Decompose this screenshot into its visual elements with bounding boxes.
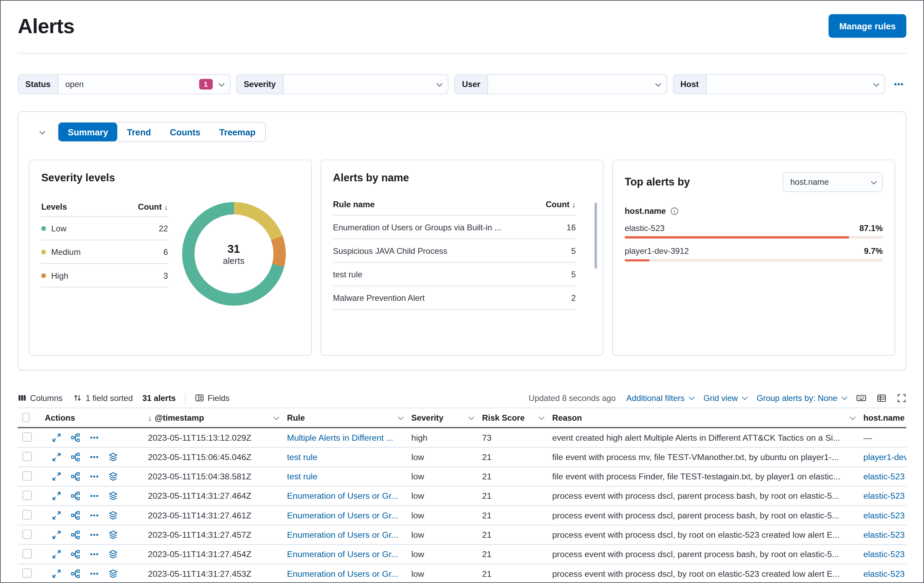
analyze-event-icon[interactable] <box>71 433 80 442</box>
fullscreen-icon[interactable] <box>897 393 906 402</box>
sorted-fields-button[interactable]: 1 field sorted <box>73 393 133 402</box>
user-filter[interactable]: User <box>454 74 667 94</box>
analyze-event-icon[interactable] <box>71 453 80 462</box>
row-checkbox[interactable] <box>23 491 32 500</box>
more-actions-icon[interactable] <box>89 433 99 442</box>
host-link[interactable]: elastic-523 <box>863 569 906 578</box>
expand-alert-icon[interactable] <box>52 433 61 442</box>
status-filter-value: open <box>65 79 84 89</box>
analyze-event-icon[interactable] <box>71 550 80 559</box>
more-actions-icon[interactable] <box>89 472 99 481</box>
investigate-in-timeline-icon[interactable] <box>109 550 118 559</box>
count-column-header[interactable]: Count ↓ <box>546 199 576 209</box>
host-link[interactable]: player1-dev-3912 <box>863 453 906 462</box>
rule-link[interactable]: Enumeration of Users or Gr... <box>287 511 412 520</box>
more-actions-icon[interactable] <box>89 453 99 462</box>
status-filter[interactable]: Status open 1 <box>18 74 230 94</box>
host-link[interactable]: elastic-523 <box>863 491 906 501</box>
analyze-event-icon[interactable] <box>71 511 80 520</box>
reason-cell: process event with process dscl, parent … <box>552 491 863 501</box>
investigate-in-timeline-icon[interactable] <box>109 453 118 462</box>
column-header-risk-score[interactable]: Risk Score <box>482 413 552 422</box>
investigate-in-timeline-icon[interactable] <box>109 569 118 578</box>
chevron-down-icon[interactable] <box>398 414 404 420</box>
column-header-timestamp[interactable]: ↓ @timestamp <box>148 413 287 422</box>
expand-alert-icon[interactable] <box>52 453 61 462</box>
host-filter[interactable]: Host <box>673 74 885 94</box>
more-actions-icon[interactable] <box>89 491 99 501</box>
chevron-down-icon[interactable] <box>273 414 279 420</box>
tab-treemap[interactable]: Treemap <box>210 123 265 142</box>
manage-rules-button[interactable]: Manage rules <box>828 14 906 38</box>
collapse-charts-icon[interactable] <box>34 125 48 139</box>
row-checkbox[interactable] <box>23 529 32 539</box>
keyboard-shortcuts-icon[interactable] <box>856 393 866 403</box>
host-link[interactable]: — <box>863 433 906 442</box>
row-checkbox[interactable] <box>23 549 32 558</box>
host-link[interactable]: elastic-523 <box>863 550 906 559</box>
host-link[interactable]: elastic-523 <box>863 511 906 520</box>
more-actions-icon[interactable] <box>89 569 99 578</box>
chevron-down-icon[interactable] <box>539 414 544 420</box>
more-actions-icon[interactable] <box>89 530 99 540</box>
tab-trend[interactable]: Trend <box>117 123 160 142</box>
levels-column-header[interactable]: Levels <box>41 202 67 211</box>
row-checkbox[interactable] <box>23 471 32 480</box>
rule-name-column-header[interactable]: Rule name <box>333 199 375 209</box>
analyze-event-icon[interactable] <box>71 530 80 540</box>
investigate-in-timeline-icon[interactable] <box>109 472 118 481</box>
rule-link[interactable]: Multiple Alerts in Different ... <box>287 433 412 442</box>
rule-link[interactable]: Enumeration of Users or Gr... <box>287 550 412 559</box>
updated-status: Updated 8 seconds ago <box>529 393 616 402</box>
info-icon[interactable] <box>670 206 679 216</box>
severity-filter[interactable]: Severity <box>236 74 449 94</box>
analyze-event-icon[interactable] <box>71 472 80 481</box>
row-checkbox[interactable] <box>23 568 32 578</box>
top-alerts-field-select[interactable]: host.name <box>783 172 883 192</box>
rule-link[interactable]: Enumeration of Users or Gr... <box>287 530 412 540</box>
columns-icon <box>18 394 26 402</box>
display-options-icon[interactable] <box>877 393 886 402</box>
row-checkbox[interactable] <box>23 510 32 519</box>
investigate-in-timeline-icon[interactable] <box>109 491 118 501</box>
host-link[interactable]: elastic-523 <box>863 530 906 540</box>
rule-link[interactable]: test rule <box>287 453 412 462</box>
fields-button[interactable]: Fields <box>195 393 230 402</box>
additional-filters-button[interactable]: Additional filters <box>627 393 693 402</box>
select-all-checkbox[interactable] <box>23 413 30 422</box>
column-header-reason[interactable]: Reason <box>552 413 863 422</box>
count-column-header[interactable]: Count ↓ <box>138 202 168 211</box>
expand-alert-icon[interactable] <box>52 472 61 481</box>
column-header-host-name[interactable]: host.name <box>863 413 906 422</box>
expand-alert-icon[interactable] <box>52 511 61 520</box>
more-actions-icon[interactable] <box>89 511 99 520</box>
expand-alert-icon[interactable] <box>52 491 61 501</box>
expand-alert-icon[interactable] <box>52 550 61 559</box>
columns-button[interactable]: Columns <box>18 393 63 402</box>
alerts-by-name-card: Alerts by name Rule name Count ↓ Enum <box>321 160 604 356</box>
investigate-in-timeline-icon[interactable] <box>109 530 118 540</box>
rule-link[interactable]: test rule <box>287 472 412 481</box>
investigate-in-timeline-icon[interactable] <box>109 511 118 520</box>
more-filters-icon[interactable] <box>891 79 906 90</box>
chevron-down-icon[interactable] <box>469 414 474 420</box>
chevron-down-icon[interactable] <box>850 414 856 420</box>
expand-alert-icon[interactable] <box>52 530 61 540</box>
scrollbar-thumb[interactable] <box>595 203 597 269</box>
tab-counts[interactable]: Counts <box>160 123 210 142</box>
rule-link[interactable]: Enumeration of Users or Gr... <box>287 569 412 578</box>
expand-alert-icon[interactable] <box>52 569 61 578</box>
user-filter-label: User <box>455 75 488 94</box>
row-checkbox[interactable] <box>23 451 32 461</box>
column-header-rule[interactable]: Rule <box>287 413 412 422</box>
tab-summary[interactable]: Summary <box>58 123 117 142</box>
more-actions-icon[interactable] <box>89 550 99 559</box>
grid-view-button[interactable]: Grid view <box>703 393 746 402</box>
host-link[interactable]: elastic-523 <box>863 472 906 481</box>
analyze-event-icon[interactable] <box>71 569 80 578</box>
group-alerts-by-button[interactable]: Group alerts by: None <box>757 393 846 402</box>
row-checkbox[interactable] <box>23 432 32 441</box>
rule-link[interactable]: Enumeration of Users or Gr... <box>287 491 412 501</box>
column-header-severity[interactable]: Severity <box>411 413 482 422</box>
analyze-event-icon[interactable] <box>71 491 80 501</box>
